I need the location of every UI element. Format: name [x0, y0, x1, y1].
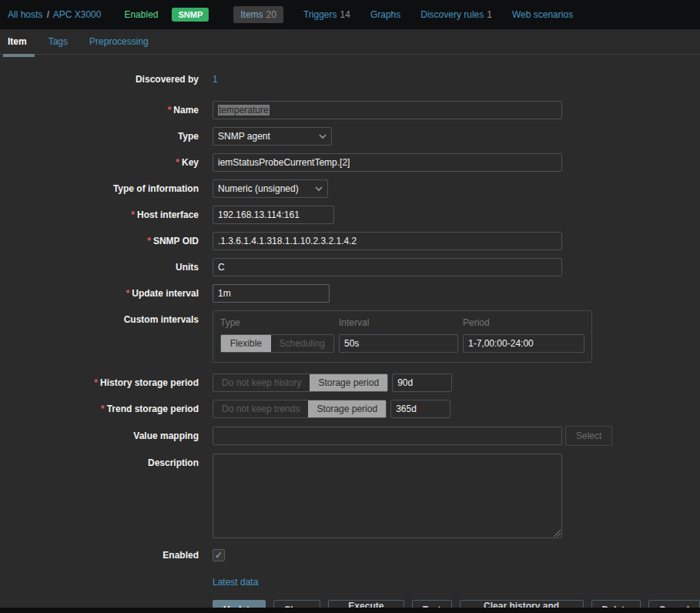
nav-triggers-label: Triggers: [303, 9, 337, 20]
required-asterisk: *: [126, 288, 130, 299]
item-edit-form: Discovered by 1 *Name temperature Type S…: [0, 55, 700, 613]
nav-triggers[interactable]: Triggers14: [303, 9, 350, 20]
type-of-information-label: Type of information: [0, 179, 199, 198]
history-storage-label: History storage period: [100, 377, 199, 388]
flexible-option[interactable]: Flexible: [221, 335, 271, 352]
nav-graphs[interactable]: Graphs: [370, 9, 400, 20]
enabled-checkbox[interactable]: ✓: [213, 549, 225, 561]
checkmark-icon: ✓: [215, 550, 223, 561]
interval-type-segmented-control: Flexible Scheduling: [220, 334, 334, 353]
discovered-by-link[interactable]: 1: [213, 74, 218, 85]
name-input[interactable]: temperature: [213, 101, 562, 119]
chevron-down-icon: [319, 132, 327, 140]
units-input[interactable]: [213, 258, 562, 276]
type-of-information-row: Type of information Numeric (unsigned): [0, 179, 700, 198]
enabled-row: Enabled ✓: [0, 546, 700, 564]
name-row: *Name temperature: [0, 101, 700, 119]
type-select[interactable]: SNMP agent: [213, 127, 332, 146]
value-mapping-label: Value mapping: [0, 427, 199, 445]
do-not-keep-history-option[interactable]: Do not keep history: [213, 374, 310, 391]
host-interface-label: Host interface: [137, 209, 199, 220]
tab-tags[interactable]: Tags: [49, 30, 68, 53]
description-textarea[interactable]: [213, 454, 562, 538]
column-header-period: Period: [463, 317, 490, 328]
description-row: Description: [0, 454, 700, 538]
type-label: Type: [0, 127, 199, 146]
snmp-oid-label: SNMP OID: [153, 236, 199, 246]
custom-intervals-row: Custom intervals Type Interval Period Fl…: [0, 310, 700, 363]
breadcrumb-host[interactable]: APC X3000: [53, 9, 102, 20]
value-mapping-input[interactable]: [213, 427, 562, 445]
nav-discovery-rules-label: Discovery rules: [420, 9, 484, 20]
trend-storage-label: Trend storage period: [107, 404, 199, 414]
chevron-down-icon: [315, 185, 323, 193]
required-asterisk: *: [131, 209, 135, 220]
nav-web-scenarios[interactable]: Web scenarios: [512, 9, 573, 20]
key-label: Key: [182, 157, 199, 168]
units-row: Units: [0, 258, 700, 276]
column-header-type: Type: [220, 317, 339, 328]
trend-storage-segmented-control: Do not keep trends Storage period: [213, 400, 387, 418]
required-asterisk: *: [94, 377, 98, 388]
required-asterisk: *: [168, 105, 172, 116]
enabled-label: Enabled: [0, 546, 199, 564]
snmp-oid-input[interactable]: [213, 232, 562, 250]
scheduling-option[interactable]: Scheduling: [271, 335, 333, 352]
units-label: Units: [0, 258, 199, 276]
required-asterisk: *: [176, 157, 179, 168]
value-mapping-select-button[interactable]: Select: [565, 426, 612, 446]
nav-items-label: Items: [240, 9, 263, 20]
nav-items-count: 20: [266, 9, 276, 20]
nav-discovery-rules[interactable]: Discovery rules1: [420, 9, 492, 20]
discovered-by-label: Discovered by: [0, 70, 199, 89]
type-of-information-select[interactable]: Numeric (unsigned): [213, 179, 328, 198]
snmp-availability-badge: SNMP: [172, 8, 209, 22]
custom-interval-input[interactable]: [339, 334, 458, 353]
nav-items[interactable]: Items20: [233, 6, 283, 23]
history-storage-segmented-control: Do not keep history Storage period: [213, 373, 388, 392]
history-storage-input[interactable]: [392, 373, 452, 392]
discovered-by-row: Discovered by 1: [0, 70, 700, 89]
column-header-interval: Interval: [339, 317, 463, 328]
key-row: *Key: [0, 153, 700, 172]
custom-intervals-group: Type Interval Period Flexible Scheduling: [213, 310, 592, 363]
host-navigation-bar: All hosts / APC X3000 Enabled SNMP Items…: [0, 0, 700, 29]
required-asterisk: *: [147, 236, 151, 246]
item-tab-strip: Item Tags Preprocessing: [0, 29, 700, 55]
host-status-enabled[interactable]: Enabled: [124, 9, 158, 20]
update-interval-row: *Update interval: [0, 284, 700, 303]
tab-item[interactable]: Item: [8, 30, 27, 53]
history-storage-row: *History storage period Do not keep hist…: [0, 373, 700, 392]
nav-graphs-label: Graphs: [370, 9, 400, 20]
latest-data-link[interactable]: Latest data: [213, 577, 258, 588]
history-storage-period-option[interactable]: Storage period: [310, 374, 387, 391]
host-interface-input[interactable]: [213, 206, 334, 224]
trend-storage-row: *Trend storage period Do not keep trends…: [0, 400, 700, 418]
name-label: Name: [173, 105, 199, 116]
update-interval-label: Update interval: [132, 288, 199, 299]
host-nav-list: Items20 Triggers14 Graphs Discovery rule…: [233, 6, 573, 23]
nav-triggers-count: 14: [340, 9, 350, 20]
tab-preprocessing[interactable]: Preprocessing: [89, 30, 149, 53]
name-input-selected-text: temperature: [218, 105, 270, 116]
custom-intervals-label: Custom intervals: [0, 310, 199, 329]
update-interval-input[interactable]: [213, 284, 330, 303]
window-bottom-edge: [0, 608, 700, 613]
custom-intervals-headers: Type Interval Period: [220, 317, 584, 328]
nav-discovery-rules-count: 1: [487, 9, 492, 20]
custom-period-input[interactable]: [463, 334, 584, 353]
latest-data-row: Latest data: [0, 577, 700, 588]
type-of-information-value: Numeric (unsigned): [218, 183, 299, 194]
snmp-oid-row: *SNMP OID: [0, 232, 700, 250]
description-label: Description: [0, 454, 199, 472]
trend-storage-input[interactable]: [390, 400, 450, 418]
nav-web-scenarios-label: Web scenarios: [512, 9, 573, 20]
type-select-value: SNMP agent: [218, 131, 270, 142]
required-asterisk: *: [101, 404, 105, 414]
breadcrumb-all-hosts[interactable]: All hosts: [8, 9, 42, 20]
do-not-keep-trends-option[interactable]: Do not keep trends: [213, 400, 308, 417]
value-mapping-row: Value mapping Select: [0, 426, 700, 446]
key-input[interactable]: [213, 153, 562, 172]
trend-storage-period-option[interactable]: Storage period: [308, 400, 386, 417]
host-interface-row: *Host interface: [0, 206, 700, 224]
